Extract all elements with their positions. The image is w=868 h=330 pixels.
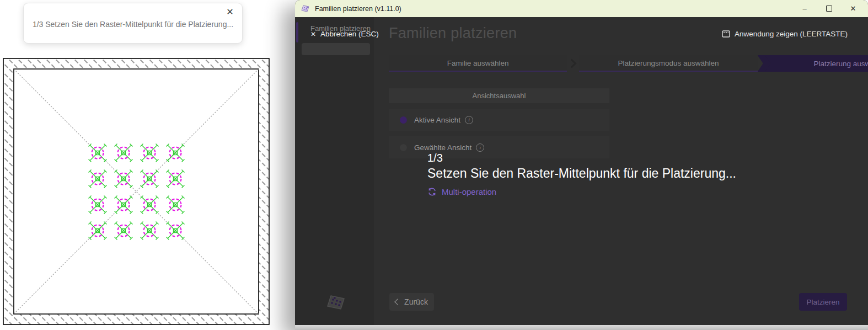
minimize-button[interactable]: – bbox=[800, 4, 810, 14]
toast-message: 1/3 Setzen Sie den Raster-Mittelpunkt fü… bbox=[24, 20, 242, 29]
chevron-right-icon bbox=[567, 59, 577, 68]
wizard-steps: Familie auswählen Platzierungsmodus ausw… bbox=[389, 55, 868, 72]
option-aktive-ansicht[interactable]: Aktive Ansicht i bbox=[389, 109, 609, 131]
option-label: Gewählte Ansicht bbox=[414, 143, 471, 152]
close-icon: ✕ bbox=[310, 31, 316, 38]
page-title: Familien platzieren bbox=[389, 25, 517, 42]
window-icon bbox=[722, 30, 730, 38]
step-separator bbox=[567, 55, 579, 72]
tab-label: Platzierung auswählen bbox=[813, 60, 868, 68]
chevron-left-icon bbox=[394, 299, 400, 305]
maximize-icon bbox=[826, 6, 832, 12]
window-bottom-edge bbox=[295, 325, 868, 330]
info-icon[interactable]: i bbox=[476, 143, 484, 152]
app-window: Familien platzieren (v1.11.0) – ✕ Famili… bbox=[295, 0, 868, 330]
show-application-label: Anwendung zeigen (LEERTASTE) bbox=[735, 30, 848, 38]
cad-plan-view[interactable] bbox=[3, 58, 270, 325]
screenshot-root: ✕ 1/3 Setzen Sie den Raster-Mittelpunkt … bbox=[0, 0, 868, 330]
tab-familie-auswaehlen[interactable]: Familie auswählen bbox=[389, 55, 567, 72]
step-counter: 1/3 bbox=[427, 152, 736, 164]
app-logo-icon bbox=[324, 291, 349, 313]
sidebar: Familien platzieren bbox=[295, 17, 374, 325]
back-label: Zurück bbox=[404, 297, 428, 306]
window-title: Familien platzieren (v1.11.0) bbox=[315, 5, 401, 13]
radio-selected-icon[interactable] bbox=[400, 116, 407, 124]
sidebar-item-background bbox=[302, 43, 370, 55]
window-titlebar[interactable]: Familien platzieren (v1.11.0) – ✕ bbox=[295, 0, 868, 17]
info-icon[interactable]: i bbox=[465, 116, 473, 124]
step-instruction-overlay: 1/3 Setzen Sie den Raster-Mittelpunkt fü… bbox=[427, 152, 736, 196]
maximize-button[interactable] bbox=[824, 4, 834, 14]
place-button[interactable]: Platzieren bbox=[799, 293, 847, 311]
close-button[interactable]: ✕ bbox=[848, 4, 858, 14]
active-item-indicator bbox=[296, 22, 298, 42]
toast-notification: ✕ 1/3 Setzen Sie den Raster-Mittelpunkt … bbox=[23, 3, 243, 44]
show-application-button[interactable]: Anwendung zeigen (LEERTASTE) bbox=[722, 30, 848, 38]
family-symbol-grid bbox=[89, 144, 185, 240]
cancel-button[interactable]: ✕ Abbrechen (ESC) bbox=[310, 30, 379, 38]
place-label: Platzieren bbox=[806, 298, 839, 306]
cancel-label: Abbrechen (ESC) bbox=[320, 30, 379, 38]
tab-platzierungsmodus-auswaehlen[interactable]: Platzierungsmodus auswählen bbox=[579, 55, 757, 72]
tab-platzierung-auswaehlen[interactable]: Platzierung auswählen bbox=[762, 55, 868, 72]
view-selection-panel: Ansichtsauswahl Aktive Ansicht i Gewählt… bbox=[389, 88, 609, 158]
back-button[interactable]: Zurück bbox=[389, 293, 434, 311]
panel-header: Ansichtsauswahl bbox=[389, 88, 609, 103]
multi-operation-label: Multi-operation bbox=[442, 187, 496, 196]
window-body: Familien platzieren ✕ Abbrechen (ESC) Fa… bbox=[295, 17, 868, 325]
tab-label: Platzierungsmodus auswählen bbox=[618, 59, 719, 67]
option-label: Aktive Ansicht bbox=[414, 116, 460, 124]
step-instruction: Setzen Sie den Raster-Mittelpunkt für di… bbox=[427, 166, 736, 181]
tab-label: Familie auswählen bbox=[447, 59, 509, 67]
close-icon[interactable]: ✕ bbox=[224, 7, 235, 18]
sync-icon bbox=[427, 187, 437, 196]
app-icon bbox=[301, 4, 310, 13]
radio-unselected-icon[interactable] bbox=[400, 144, 407, 151]
multi-operation-toggle[interactable]: Multi-operation bbox=[427, 187, 736, 196]
